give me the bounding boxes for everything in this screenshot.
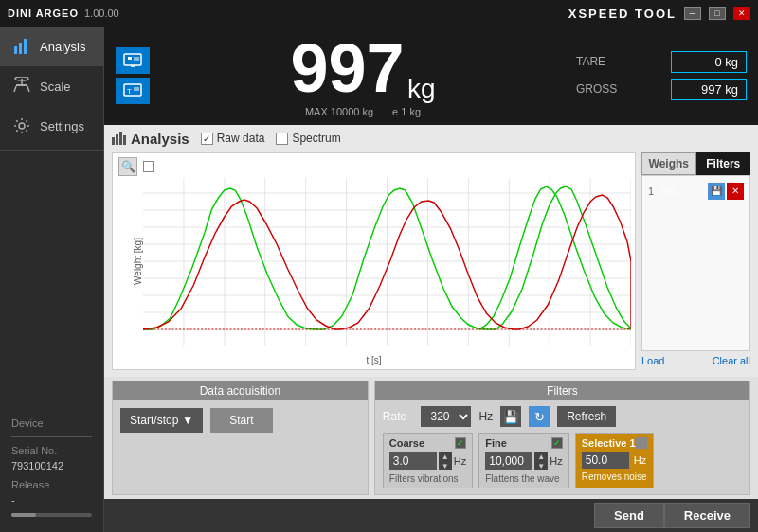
selective-value-row: Hz	[582, 452, 647, 469]
selective-checkbox[interactable]	[636, 437, 647, 449]
analysis-icon	[11, 36, 32, 57]
fine-spinner-btns: ▲ ▼	[534, 452, 548, 470]
coarse-spinner-btns: ▲ ▼	[439, 452, 452, 470]
selective-desc: Removes noise	[582, 471, 647, 482]
sidebar-item-analysis[interactable]: Analysis	[0, 27, 103, 66]
tag-icon-btn[interactable]: T	[116, 78, 150, 104]
y-axis-label: Weight [kg]	[133, 238, 143, 285]
filter-name: W1	[661, 186, 706, 197]
weight-display: 997 kg MAX 10000 kg e 1 kg	[150, 34, 576, 117]
selective-hz: Hz	[634, 454, 646, 466]
header-panel: T 997 kg MAX 10000 kg e 1 kg TARE 0 kg G…	[104, 27, 758, 125]
panel-tabs: Weighs Filters	[641, 152, 750, 175]
minimize-button[interactable]: ─	[684, 7, 701, 20]
tare-gross-panel: TARE 0 kg GROSS 997 kg	[576, 51, 747, 100]
svg-text:T: T	[127, 87, 132, 96]
filter-delete-button[interactable]: ✕	[727, 183, 744, 200]
svg-rect-20	[119, 132, 122, 145]
send-button[interactable]: Send	[594, 503, 664, 528]
spectrum-label: Spectrum	[292, 132, 340, 145]
coarse-down[interactable]: ▼	[439, 461, 452, 470]
settings-label: Settings	[40, 119, 84, 133]
svg-rect-18	[112, 137, 115, 145]
fine-value-row: ▲ ▼ Hz	[485, 452, 562, 470]
filter-row-1: 1 W1 💾 ✕	[646, 180, 746, 203]
sidebar-item-settings[interactable]: Settings	[0, 106, 103, 146]
acq-controls: Start/stop ▼ Start	[120, 408, 360, 433]
selective-filter-box: Selective 1 Hz Removes noise	[575, 433, 654, 488]
scale-label: Scale	[40, 80, 71, 94]
fine-label: Fine	[485, 437, 507, 449]
rate-select[interactable]: 320 160 80	[421, 406, 471, 427]
title-bar-right: XSPEED TOOL ─ □ ✕	[568, 7, 750, 21]
tare-label: TARE	[576, 55, 623, 68]
chart-area: 🔍 Max 10000 kg e 1 kg Rate 320 Hz W - T …	[112, 152, 636, 370]
coarse-input[interactable]	[389, 452, 437, 470]
weight-panel: Weighs Filters 1 W1 💾 ✕	[641, 152, 750, 370]
svg-rect-0	[14, 46, 17, 54]
x-axis-label: t [s]	[366, 355, 381, 365]
bottom-row: Data acquisition Start/stop ▼ Start Filt…	[104, 377, 758, 499]
close-button[interactable]: ✕	[733, 7, 750, 20]
release-dash: -	[11, 494, 92, 505]
zoom-icon[interactable]: 🔍	[118, 157, 137, 176]
fine-down[interactable]: ▼	[534, 461, 548, 470]
analysis-label: Analysis	[40, 40, 85, 54]
receive-button[interactable]: Receive	[664, 503, 750, 528]
device-label: Device	[11, 417, 92, 429]
app-title: XSPEED TOOL	[568, 7, 677, 21]
maximize-button[interactable]: □	[709, 7, 726, 20]
dropdown-arrow-icon: ▼	[182, 414, 193, 427]
gross-value: 997 kg	[671, 79, 747, 100]
gross-row: GROSS 997 kg	[576, 79, 747, 100]
spectrum-checkbox[interactable]	[276, 133, 288, 145]
fine-up[interactable]: ▲	[534, 452, 548, 461]
title-bar: DINI ARGEO 1.00.00 XSPEED TOOL ─ □ ✕	[0, 0, 758, 27]
header-icon-group: T	[116, 47, 150, 104]
raw-data-checkbox-row: Raw data	[201, 132, 265, 145]
fine-checkbox[interactable]	[551, 437, 563, 449]
filter-controls: Rate - 320 160 80 Hz 💾 ↻ Refresh	[383, 406, 742, 427]
load-label[interactable]: Load	[641, 355, 664, 366]
sidebar-item-scale[interactable]: Scale	[0, 66, 103, 106]
panel-footer: Load Clear all	[641, 351, 750, 370]
selective-header: Selective 1	[582, 437, 647, 449]
svg-line-7	[27, 86, 29, 92]
selective-input[interactable]	[582, 452, 629, 469]
weight-unit: kg	[407, 74, 436, 103]
chart-toolbar: 🔍 Max 10000 kg e 1 kg Rate 320 Hz W - T …	[115, 155, 633, 178]
coarse-checkbox[interactable]	[455, 437, 466, 449]
svg-line-6	[14, 86, 16, 92]
refresh-icon-btn[interactable]: ↻	[529, 406, 550, 427]
title-bar-left: DINI ARGEO 1.00.00	[8, 8, 119, 19]
coarse-up[interactable]: ▲	[439, 452, 452, 461]
fine-filter-box: Fine ▲ ▼ Hz Flattens the wave	[478, 433, 568, 488]
serial-value: 793100142	[11, 460, 92, 471]
start-button[interactable]: Start	[210, 408, 272, 433]
display-icon-btn[interactable]	[116, 47, 150, 74]
fine-desc: Flattens the wave	[485, 473, 562, 484]
chart-svg: 5000 4500 4000 3500 3000 2500 2000 1500 …	[143, 176, 631, 346]
chart-t-label: T -	[358, 161, 370, 172]
content-area: T 997 kg MAX 10000 kg e 1 kg TARE 0 kg G…	[104, 27, 758, 532]
raw-data-checkbox[interactable]	[201, 133, 213, 145]
refresh-button[interactable]: Refresh	[557, 406, 616, 427]
tab-weighs[interactable]: Weighs	[641, 152, 696, 175]
release-label: Release	[11, 479, 92, 490]
fine-input[interactable]	[485, 452, 532, 470]
analysis-section: Analysis Raw data Spectrum 🔍	[104, 125, 758, 377]
chart-checkbox[interactable]	[143, 161, 154, 172]
svg-rect-19	[116, 134, 118, 145]
sidebar-bottom: Device Serial No. 793100142 Release -	[0, 406, 103, 532]
filter-save-icon-btn[interactable]: 💾	[500, 406, 521, 427]
filter-save-button[interactable]: 💾	[708, 183, 725, 200]
start-stop-dropdown[interactable]: Start/stop ▼	[120, 408, 203, 433]
svg-rect-1	[19, 43, 22, 54]
weight-value: 997	[290, 30, 404, 106]
svg-rect-5	[16, 84, 27, 86]
rate-label: Rate -	[383, 410, 414, 423]
filter-number: 1	[648, 186, 659, 197]
send-receive-bar: Send Receive	[104, 499, 758, 532]
tab-filters[interactable]: Filters	[696, 152, 751, 175]
clear-all-label[interactable]: Clear all	[713, 355, 750, 366]
